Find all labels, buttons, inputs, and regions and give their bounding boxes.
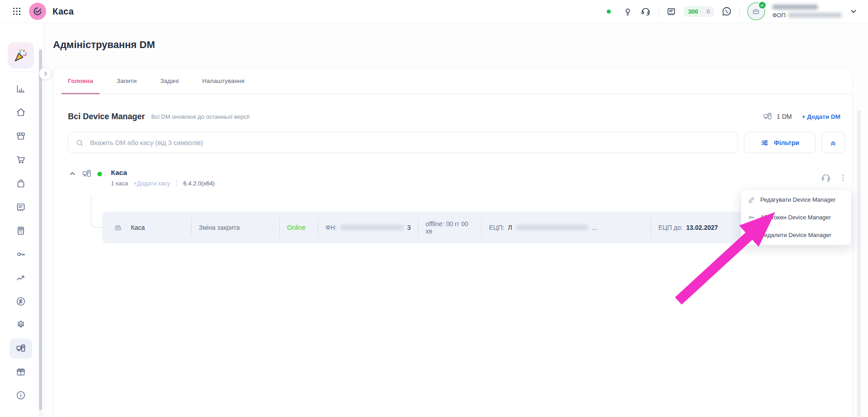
tab-tasks[interactable]: Задачі [154,68,185,94]
sidebar-item-access-keys[interactable] [14,247,28,262]
receipt-count-green-badge: 300 [684,6,703,17]
add-dm-button[interactable]: + Додати DM [802,113,840,120]
account-id-redacted [772,5,842,10]
calculator-icon [15,225,26,236]
double-chevron-up-icon [829,139,837,147]
divider [44,23,45,417]
sidebar-scrollbar[interactable] [39,48,42,417]
register-name-cell: Каса [113,218,191,237]
app-root: Каса 300 0 [0,0,868,417]
sidebar-item-calculator[interactable] [14,223,28,238]
page-scrollbar[interactable] [857,110,861,417]
tab-settings[interactable]: Налаштування [196,68,251,94]
dm-name[interactable]: Каса [111,169,215,177]
sidebar-expand-button[interactable] [39,67,52,80]
device-manager-icon [15,343,26,354]
remote-support-headset-icon[interactable] [820,172,831,183]
sliders-icon [760,138,769,147]
pencil-icon [748,196,755,204]
offline-time: offline: 00 гг 00 хв [426,220,474,235]
company-logo[interactable] [8,42,34,68]
scrollbar-thumb[interactable] [39,49,42,410]
search-input[interactable] [89,139,731,147]
lamp-icon[interactable] [623,6,633,17]
sidebar-item-gifts[interactable] [14,364,28,379]
ecp-value-head: Л [508,224,512,231]
device-manager-icon [82,169,92,179]
search-box[interactable] [68,132,738,153]
cash-register-icon [113,223,123,233]
dm-name-block: Каса 1 каса +Додати касу 6.4.2.0(x64) [111,169,215,187]
menu-item-edit-dm[interactable]: Редагувати Device Manager [741,191,851,208]
trash-icon [748,231,755,239]
menu-item-api-token-dm[interactable]: API токен Device Manager [741,208,851,226]
account-name-redacted [788,13,842,18]
ecp-label: ЕЦП: [489,224,504,231]
receipt-icon[interactable] [666,6,676,17]
cart-icon [15,154,26,165]
search-icon [75,138,84,147]
register-row[interactable]: Каса Зміна закрита Online ФН: 3 offline:… [102,212,850,243]
filters-button[interactable]: Фільтри [744,132,815,153]
verified-check-icon [758,1,767,10]
sidebar-item-bag[interactable] [14,176,28,191]
account-prefix: ФОП [772,12,786,19]
ecp-until-label: ЕЦП до: [658,224,683,231]
shift-status: Зміна закрита [199,224,240,231]
whatsapp-icon[interactable] [721,6,732,17]
shift-status-cell: Зміна закрита [191,218,279,237]
connection-status-dot [607,10,611,14]
filters-label: Фільтри [774,139,799,146]
receipt-count-gray-badge: 0 [702,6,714,17]
party-popper-icon [13,47,29,63]
trending-up-icon [15,272,26,283]
support-headset-icon[interactable] [640,6,651,17]
sidebar-item-statistics[interactable] [14,271,28,285]
sidebar-item-cart[interactable] [14,152,28,167]
sidebar-item-home[interactable] [14,105,28,120]
collapse-chevron-icon[interactable] [69,170,77,178]
hryvnia-coin-icon [15,296,26,307]
device-manager-icon [762,112,772,121]
app-logo-icon[interactable] [29,3,46,20]
key-icon [15,249,26,260]
ecp-until-value: 13.02.2027 [686,224,718,231]
account-info[interactable]: ФОП [772,5,842,19]
dm-count: 1 DM [762,112,791,121]
sidebar-item-settings[interactable] [14,318,28,332]
sidebar-item-device-manager[interactable] [10,339,32,359]
ecp-ellipsis: ... [592,224,597,231]
apps-grid-icon[interactable] [11,5,23,17]
sidebar-item-receipts[interactable] [14,200,28,214]
dm-count-label: 1 DM [777,113,791,120]
tree-connector [91,195,103,228]
dm-row-actions [820,172,848,183]
tab-requests[interactable]: Запити [110,68,143,94]
gift-icon [15,366,26,377]
sidebar-item-info[interactable] [14,388,28,402]
section-title: Всі Device Manager [68,112,145,121]
menu-item-delete-dm[interactable]: Видалити Device Manager [741,226,851,244]
sidebar-item-store[interactable] [14,129,28,143]
fiscal-number-cell: ФН: 3 [318,218,418,237]
tab-main[interactable]: Головна [62,68,100,94]
chevron-down-icon[interactable] [849,7,858,16]
fn-label: ФН: [326,224,337,231]
dm-online-status-dot [97,172,102,176]
account-avatar[interactable] [747,2,765,20]
sidebar-item-analytics[interactable] [14,82,28,96]
kebab-menu-icon[interactable] [839,173,848,182]
add-kasa-button[interactable]: +Додати касу [134,180,170,187]
register-name: Каса [131,224,145,231]
key-icon [748,213,755,221]
section-header-right: 1 DM + Додати DM [762,112,840,121]
sidebar-item-money[interactable] [14,294,28,309]
search-row: Фільтри [68,132,845,153]
collapse-all-button[interactable] [821,132,845,153]
section-header: Всі Device Manager Всі DM оновлені до ос… [68,109,840,124]
receipt-counter[interactable]: 300 0 [684,6,714,17]
menu-item-label: API токен Device Manager [760,214,831,221]
ecp-cell: ЕЦП: Л ... [481,218,651,237]
dm-context-menu: Редагувати Device Manager API токен Devi… [741,189,852,245]
kasa-count: 1 каса [111,180,128,187]
